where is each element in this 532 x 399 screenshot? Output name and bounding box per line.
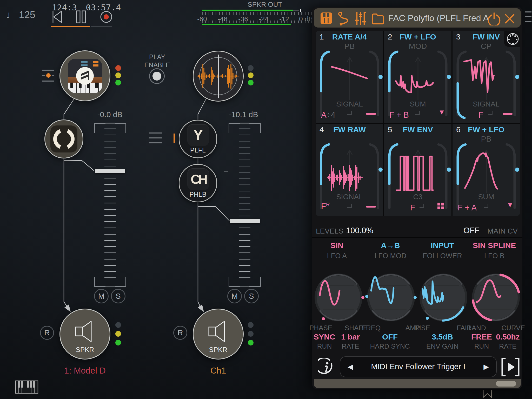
panel-scrollbar-handle[interactable] (496, 381, 516, 387)
plugin-node-phlb[interactable]: CH PHLB (179, 164, 217, 202)
corner-glyph (484, 204, 488, 208)
fader-ticks-above (104, 128, 116, 167)
slot-source-value[interactable]: F + A (458, 202, 477, 212)
mute-button-ch1[interactable]: M (94, 289, 109, 303)
knob-lfo-a[interactable] (312, 271, 364, 323)
preset-play-button[interactable] (501, 357, 520, 377)
knob-follower[interactable] (417, 271, 469, 323)
tab-lfo-a-label: LFO A (311, 252, 363, 260)
fader-bottom-marker (240, 286, 249, 287)
param-rate-b-value[interactable]: 0.50hz (483, 332, 532, 341)
tab-lfo-mod-value[interactable]: A→B (364, 241, 416, 250)
power-button[interactable] (487, 12, 501, 25)
solo-button-ch2[interactable]: S (244, 289, 259, 303)
meter-tick-label: -12 (274, 15, 295, 23)
knob-lfo-b[interactable] (470, 271, 522, 323)
slot-4[interactable]: 4 FW RAW SIGNAL FR (316, 124, 383, 216)
plugin-node-ch1[interactable] (44, 119, 83, 158)
tempo-display[interactable]: ♩ 125 (6, 9, 35, 21)
slot-source-value[interactable]: A÷4 (321, 109, 335, 120)
record-button[interactable] (100, 10, 113, 23)
slot-1[interactable]: 1 RATE A/4 PB SIGNAL A÷4 (316, 31, 383, 123)
meter-bar-left-rest (293, 10, 299, 11)
slot-source-value[interactable]: F (410, 202, 415, 212)
speaker-node-ch2[interactable]: SPKR (193, 309, 244, 360)
preset-prev-button[interactable]: ◀ (348, 363, 353, 371)
slot-source-value[interactable]: F (478, 109, 483, 120)
panel-scrollbar-track[interactable] (314, 379, 521, 388)
levels-value[interactable]: 100.0% (346, 226, 373, 235)
squares-icon[interactable] (437, 203, 444, 209)
tab-lfo-a-value[interactable]: SIN (311, 241, 363, 250)
channel-settings-icon[interactable] (42, 70, 54, 82)
play-enable-button[interactable] (149, 68, 165, 84)
modulator-slot-grid: 1 RATE A/4 PB SIGNAL A÷4 2 FW + LFO (316, 31, 520, 216)
plugin-title: FAC Polyflo (PLFL Fred Ant… (388, 13, 488, 23)
model-d-logo (76, 66, 94, 85)
tab-follower-value[interactable]: INPUT (416, 241, 468, 250)
keyboard-toggle-icon[interactable] (15, 380, 38, 394)
slot-2[interactable]: 2 FW + LFO MOD SUM F + B ▼ (384, 31, 451, 123)
solo-button-ch1[interactable]: S (111, 289, 125, 303)
midi-din-icon[interactable] (506, 32, 520, 46)
triangle-icon[interactable]: ▼ (507, 201, 514, 209)
slot-waveform (324, 147, 376, 195)
instrument-node-model-d[interactable] (59, 50, 110, 101)
slot-6[interactable]: 6 FW + LFO PB SUM F + A ▼ (453, 124, 520, 216)
led-red (115, 65, 121, 71)
divider (312, 237, 522, 238)
audio-input-node-ch1[interactable] (193, 51, 244, 102)
mixer-sliders-icon[interactable] (355, 11, 366, 25)
main-cv-value[interactable]: OFF (462, 226, 481, 235)
triangle-icon[interactable]: ▼ (438, 108, 445, 116)
channel-name-ch2[interactable]: Ch1 (203, 366, 234, 376)
slot-waveform (460, 54, 512, 102)
led-yellow (248, 72, 254, 78)
preset-selector[interactable]: ◀ MIDI Env Follower Trigger I ▶ (340, 356, 497, 377)
main-menu-icon[interactable] (525, 11, 531, 22)
fader-ticks-above (239, 128, 250, 217)
param-hard-sync-value[interactable]: OFF (365, 332, 415, 341)
slot-output-dot (515, 168, 519, 172)
corner-glyph (488, 111, 493, 115)
meter-peak-tick (300, 9, 301, 12)
slot-input-label: SUM (384, 100, 451, 108)
corner-glyph (415, 111, 420, 115)
folder-icon[interactable] (371, 12, 384, 24)
knob-lfo-mod[interactable] (365, 271, 417, 323)
transport-progress-orange (51, 26, 90, 27)
close-icon[interactable] (504, 14, 515, 24)
solo-label: S (249, 292, 254, 301)
bookmark-icon[interactable] (482, 389, 493, 398)
slot-waveform (392, 54, 444, 102)
preset-next-button[interactable]: ▶ (483, 363, 489, 371)
piano-icon[interactable] (320, 12, 332, 24)
slot-source-value[interactable]: FR (321, 202, 330, 211)
chain-menu-icon[interactable] (149, 132, 162, 143)
slot-dest-label: MOD (384, 42, 451, 51)
slot-title: FW + LFO (453, 125, 520, 134)
tab-lfo-b-value[interactable]: SIN SPLINE (468, 241, 520, 250)
info-icon[interactable] (318, 358, 336, 376)
volume-fader-ch1[interactable] (95, 169, 125, 173)
slot-5[interactable]: 5 FW ENV C3 F (384, 124, 451, 216)
dash-icon[interactable] (503, 113, 513, 115)
routing-icon[interactable] (338, 11, 350, 25)
speaker-node-ch1[interactable]: SPKR (59, 309, 110, 360)
record-arm-ch2[interactable]: R (173, 326, 187, 340)
led-yellow (115, 72, 121, 78)
record-arm-ch1[interactable]: R (40, 326, 54, 340)
pause-button[interactable] (76, 10, 87, 23)
slot-input-label: SIGNAL (316, 100, 383, 108)
dash-icon[interactable] (366, 113, 376, 115)
channel-name-ch1[interactable]: 1: Model D (49, 366, 121, 376)
plfl-icon: Y (187, 124, 209, 146)
dash-icon[interactable] (366, 206, 376, 208)
mute-button-ch2[interactable]: M (227, 289, 242, 303)
plugin-node-plfl[interactable]: Y PLFL (179, 120, 217, 158)
rewind-button[interactable] (51, 10, 63, 23)
slot-source-value[interactable]: F + B (389, 109, 409, 120)
led-green (248, 80, 254, 85)
volume-fader-ch2[interactable] (230, 219, 260, 223)
param-hard-sync-label: HARD SYNC (365, 342, 415, 350)
